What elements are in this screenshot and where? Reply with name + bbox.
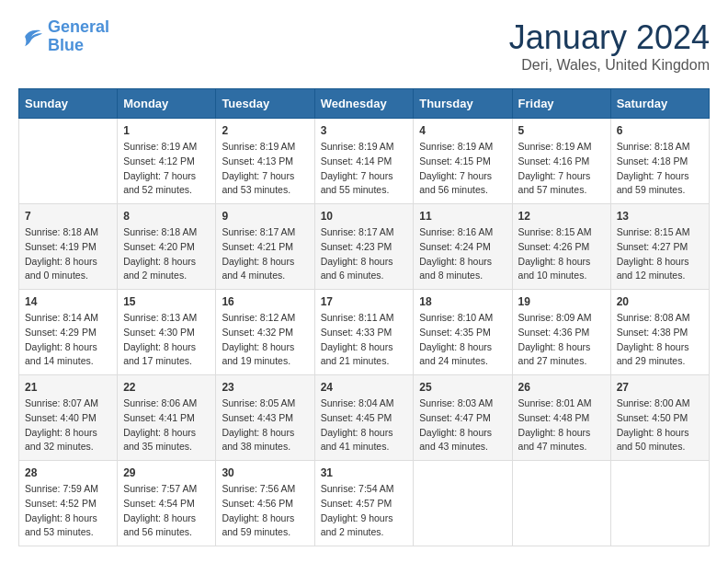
day-info: Sunrise: 8:03 AMSunset: 4:47 PMDaylight:… [419, 396, 506, 454]
day-info: Sunrise: 8:16 AMSunset: 4:24 PMDaylight:… [419, 225, 506, 283]
calendar-table: SundayMondayTuesdayWednesdayThursdayFrid… [18, 88, 710, 546]
day-info: Sunrise: 8:19 AMSunset: 4:12 PMDaylight:… [123, 140, 210, 198]
day-info: Sunrise: 8:19 AMSunset: 4:13 PMDaylight:… [222, 140, 308, 198]
day-number: 11 [419, 210, 506, 223]
day-number: 9 [222, 210, 308, 223]
day-number: 23 [222, 381, 308, 394]
week-row-1: 1Sunrise: 8:19 AMSunset: 4:12 PMDaylight… [19, 119, 710, 204]
day-number: 30 [222, 466, 308, 479]
day-cell-30: 30Sunrise: 7:56 AMSunset: 4:56 PMDayligh… [216, 461, 314, 546]
day-number: 5 [518, 124, 605, 137]
day-cell-7: 7Sunrise: 8:18 AMSunset: 4:19 PMDaylight… [19, 204, 118, 290]
week-row-3: 14Sunrise: 8:14 AMSunset: 4:29 PMDayligh… [19, 290, 710, 375]
empty-cell [414, 461, 512, 546]
day-number: 6 [617, 124, 703, 137]
day-number: 21 [25, 381, 111, 394]
day-cell-21: 21Sunrise: 8:07 AMSunset: 4:40 PMDayligh… [19, 375, 118, 461]
day-info: Sunrise: 8:14 AMSunset: 4:29 PMDaylight:… [25, 311, 111, 369]
week-row-5: 28Sunrise: 7:59 AMSunset: 4:52 PMDayligh… [19, 461, 710, 546]
day-info: Sunrise: 8:10 AMSunset: 4:35 PMDaylight:… [419, 311, 506, 369]
day-info: Sunrise: 8:04 AMSunset: 4:45 PMDaylight:… [321, 396, 408, 454]
day-info: Sunrise: 7:59 AMSunset: 4:52 PMDaylight:… [25, 482, 111, 540]
day-cell-24: 24Sunrise: 8:04 AMSunset: 4:45 PMDayligh… [314, 375, 414, 461]
weekday-header-sunday: Sunday [19, 89, 118, 119]
day-number: 8 [123, 210, 210, 223]
weekday-header-saturday: Saturday [610, 89, 709, 119]
day-number: 14 [25, 295, 111, 308]
day-cell-1: 1Sunrise: 8:19 AMSunset: 4:12 PMDaylight… [118, 119, 216, 204]
day-info: Sunrise: 8:06 AMSunset: 4:41 PMDaylight:… [123, 396, 210, 454]
day-cell-9: 9Sunrise: 8:17 AMSunset: 4:21 PMDaylight… [216, 204, 314, 290]
day-info: Sunrise: 8:18 AMSunset: 4:19 PMDaylight:… [25, 225, 111, 283]
day-cell-15: 15Sunrise: 8:13 AMSunset: 4:30 PMDayligh… [118, 290, 216, 375]
day-info: Sunrise: 8:05 AMSunset: 4:43 PMDaylight:… [222, 396, 308, 454]
day-cell-19: 19Sunrise: 8:09 AMSunset: 4:36 PMDayligh… [512, 290, 610, 375]
day-cell-29: 29Sunrise: 7:57 AMSunset: 4:54 PMDayligh… [118, 461, 216, 546]
day-cell-22: 22Sunrise: 8:06 AMSunset: 4:41 PMDayligh… [118, 375, 216, 461]
title-area: January 2024 Deri, Wales, United Kingdom [509, 18, 710, 74]
day-number: 29 [123, 466, 210, 479]
day-number: 27 [617, 381, 703, 394]
day-cell-23: 23Sunrise: 8:05 AMSunset: 4:43 PMDayligh… [216, 375, 314, 461]
day-number: 24 [321, 381, 408, 394]
day-info: Sunrise: 8:08 AMSunset: 4:38 PMDaylight:… [617, 311, 703, 369]
day-info: Sunrise: 8:15 AMSunset: 4:27 PMDaylight:… [617, 225, 703, 283]
location-text: Deri, Wales, United Kingdom [509, 57, 710, 74]
day-cell-4: 4Sunrise: 8:19 AMSunset: 4:15 PMDaylight… [414, 119, 512, 204]
day-cell-31: 31Sunrise: 7:54 AMSunset: 4:57 PMDayligh… [314, 461, 414, 546]
day-number: 12 [518, 210, 605, 223]
day-info: Sunrise: 8:01 AMSunset: 4:48 PMDaylight:… [518, 396, 605, 454]
week-row-4: 21Sunrise: 8:07 AMSunset: 4:40 PMDayligh… [19, 375, 710, 461]
day-info: Sunrise: 8:17 AMSunset: 4:21 PMDaylight:… [222, 225, 308, 283]
day-number: 16 [222, 295, 308, 308]
logo-text: General Blue [48, 18, 109, 55]
logo-line1: General [48, 17, 109, 36]
day-cell-28: 28Sunrise: 7:59 AMSunset: 4:52 PMDayligh… [19, 461, 118, 546]
day-info: Sunrise: 8:09 AMSunset: 4:36 PMDaylight:… [518, 311, 605, 369]
page-header: General Blue January 2024 Deri, Wales, U… [18, 18, 710, 74]
day-number: 18 [419, 295, 506, 308]
day-cell-14: 14Sunrise: 8:14 AMSunset: 4:29 PMDayligh… [19, 290, 118, 375]
day-info: Sunrise: 7:57 AMSunset: 4:54 PMDaylight:… [123, 482, 210, 540]
day-info: Sunrise: 8:13 AMSunset: 4:30 PMDaylight:… [123, 311, 210, 369]
day-cell-25: 25Sunrise: 8:03 AMSunset: 4:47 PMDayligh… [414, 375, 512, 461]
day-number: 19 [518, 295, 605, 308]
day-cell-16: 16Sunrise: 8:12 AMSunset: 4:32 PMDayligh… [216, 290, 314, 375]
day-cell-17: 17Sunrise: 8:11 AMSunset: 4:33 PMDayligh… [314, 290, 414, 375]
weekday-header-friday: Friday [512, 89, 610, 119]
day-number: 15 [123, 295, 210, 308]
empty-cell [19, 119, 118, 204]
day-info: Sunrise: 7:54 AMSunset: 4:57 PMDaylight:… [321, 482, 408, 540]
day-info: Sunrise: 8:11 AMSunset: 4:33 PMDaylight:… [321, 311, 408, 369]
day-info: Sunrise: 8:07 AMSunset: 4:40 PMDaylight:… [25, 396, 111, 454]
day-number: 25 [419, 381, 506, 394]
day-cell-20: 20Sunrise: 8:08 AMSunset: 4:38 PMDayligh… [610, 290, 709, 375]
empty-cell [610, 461, 709, 546]
day-number: 26 [518, 381, 605, 394]
day-info: Sunrise: 8:15 AMSunset: 4:26 PMDaylight:… [518, 225, 605, 283]
day-number: 28 [25, 466, 111, 479]
day-number: 22 [123, 381, 210, 394]
day-info: Sunrise: 8:12 AMSunset: 4:32 PMDaylight:… [222, 311, 308, 369]
month-title: January 2024 [509, 18, 710, 57]
day-cell-8: 8Sunrise: 8:18 AMSunset: 4:20 PMDaylight… [118, 204, 216, 290]
day-info: Sunrise: 8:17 AMSunset: 4:23 PMDaylight:… [321, 225, 408, 283]
empty-cell [512, 461, 610, 546]
day-number: 7 [25, 210, 111, 223]
week-row-2: 7Sunrise: 8:18 AMSunset: 4:19 PMDaylight… [19, 204, 710, 290]
weekday-header-row: SundayMondayTuesdayWednesdayThursdayFrid… [19, 89, 710, 119]
day-cell-27: 27Sunrise: 8:00 AMSunset: 4:50 PMDayligh… [610, 375, 709, 461]
weekday-header-tuesday: Tuesday [216, 89, 314, 119]
day-info: Sunrise: 8:18 AMSunset: 4:20 PMDaylight:… [123, 225, 210, 283]
day-cell-10: 10Sunrise: 8:17 AMSunset: 4:23 PMDayligh… [314, 204, 414, 290]
day-number: 1 [123, 124, 210, 137]
day-number: 31 [321, 466, 408, 479]
day-number: 4 [419, 124, 506, 137]
day-info: Sunrise: 8:18 AMSunset: 4:18 PMDaylight:… [617, 140, 703, 198]
logo-icon [18, 26, 44, 48]
day-number: 2 [222, 124, 308, 137]
day-number: 17 [321, 295, 408, 308]
day-cell-5: 5Sunrise: 8:19 AMSunset: 4:16 PMDaylight… [512, 119, 610, 204]
day-cell-13: 13Sunrise: 8:15 AMSunset: 4:27 PMDayligh… [610, 204, 709, 290]
day-cell-11: 11Sunrise: 8:16 AMSunset: 4:24 PMDayligh… [414, 204, 512, 290]
